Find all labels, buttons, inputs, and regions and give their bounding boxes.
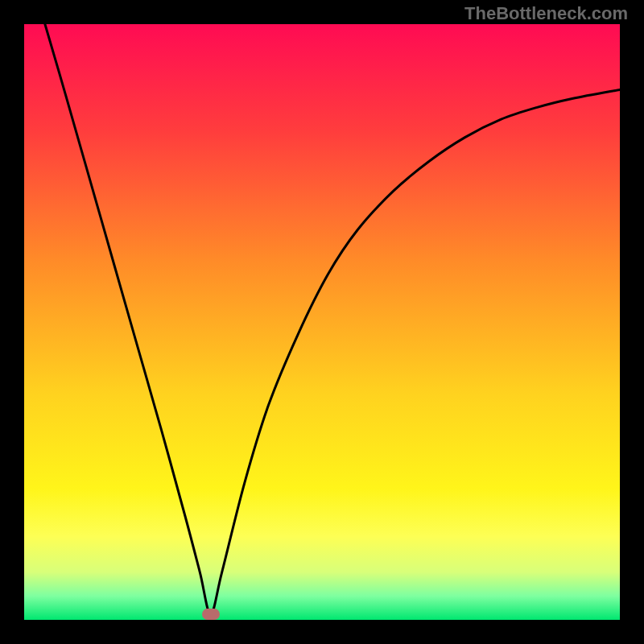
watermark-text: TheBottleneck.com	[464, 3, 628, 24]
bottleneck-curve	[24, 24, 620, 620]
plot-area	[24, 24, 620, 620]
optimal-marker	[202, 609, 220, 620]
